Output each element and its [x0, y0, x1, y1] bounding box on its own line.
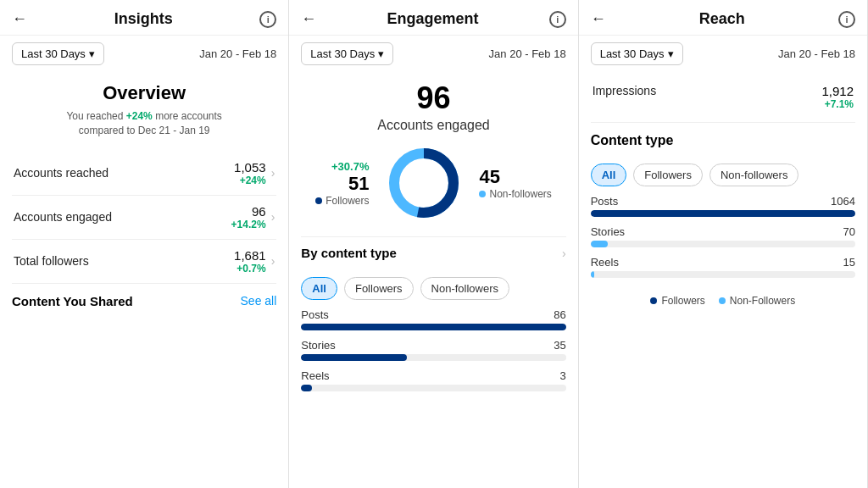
legend-followers: Followers: [650, 295, 704, 307]
reach-date-filter[interactable]: Last 30 Days ▾: [591, 42, 683, 65]
content-type-title: Content type: [591, 133, 855, 148]
stories-bar-row: Stories 35: [301, 339, 565, 361]
reach-header: ← Reach i: [579, 0, 867, 36]
reach-reels-bar-fill: [591, 271, 594, 278]
reach-sub-header: Last 30 Days ▾ Jan 20 - Feb 18: [579, 36, 867, 72]
insights-content: Overview You reached +24% more accountsc…: [0, 72, 288, 488]
reels-bar-track: [301, 385, 565, 391]
reach-stories-bar-track: [591, 241, 855, 247]
posts-bar-row: Posts 86: [301, 308, 565, 330]
posts-bar-fill: [301, 324, 565, 330]
legend-non-followers-dot: [719, 297, 726, 304]
accounts-reached-row[interactable]: Accounts reached 1,053 +24% ›: [12, 152, 276, 196]
insights-back-button[interactable]: ←: [12, 10, 27, 28]
content-shared-footer: Content You Shared See all: [12, 294, 276, 308]
engagement-date-filter[interactable]: Last 30 Days ▾: [301, 42, 393, 65]
donut-non-followers: 45 Non-followers: [479, 166, 551, 200]
reels-bar-fill: [301, 385, 311, 391]
legend-non-followers: Non-Followers: [719, 295, 795, 307]
reach-info-icon[interactable]: i: [838, 11, 855, 28]
non-followers-count: 45: [479, 166, 551, 188]
stories-label: Stories: [301, 339, 335, 352]
total-followers-change: +0.7%: [234, 263, 266, 274]
filter-tab-followers[interactable]: Followers: [344, 277, 414, 300]
engagement-header: ← Engagement i: [289, 0, 577, 36]
reach-back-button[interactable]: ←: [591, 10, 606, 28]
accounts-engaged-values: 96 +14.2%: [231, 204, 266, 230]
insights-date-filter[interactable]: Last 30 Days ▾: [12, 42, 104, 65]
impressions-label: Impressions: [593, 84, 656, 97]
insights-info-icon[interactable]: i: [259, 11, 276, 28]
reach-filter-tab-all[interactable]: All: [591, 164, 627, 186]
accounts-engaged-change: +14.2%: [231, 219, 266, 230]
overview-title: Overview: [12, 82, 276, 104]
impressions-row: Impressions 1,912 +7.1%: [591, 72, 855, 123]
reach-title: Reach: [613, 10, 832, 28]
reach-date-range: Jan 20 - Feb 18: [778, 47, 855, 60]
insights-panel: ← Insights i Last 30 Days ▾ Jan 20 - Feb…: [0, 0, 289, 488]
accounts-engaged-value: 96: [231, 204, 266, 219]
engagement-filter-tabs: All Followers Non-followers: [301, 269, 565, 308]
engagement-date-range: Jan 20 - Feb 18: [489, 47, 566, 60]
reach-legend: Followers Non-Followers: [591, 286, 855, 307]
followers-type: Followers: [315, 195, 369, 207]
reach-stories-bar-fill: [591, 241, 609, 247]
non-followers-type: Non-followers: [479, 188, 551, 200]
followers-change: +30.7%: [315, 160, 369, 173]
reach-filter-tab-followers[interactable]: Followers: [633, 164, 703, 186]
accounts-reached-values: 1,053 +24%: [234, 160, 266, 186]
filter-tab-non-followers[interactable]: Non-followers: [420, 277, 509, 300]
reach-posts-bar-fill: [591, 210, 855, 217]
reels-label: Reels: [301, 369, 329, 382]
legend-non-followers-label: Non-Followers: [730, 295, 795, 307]
engagement-big-label: Accounts engaged: [301, 118, 565, 133]
reach-stories-bar-row: Stories 70: [591, 225, 855, 247]
overview-highlight: +24%: [126, 110, 153, 122]
see-all-link[interactable]: See all: [241, 294, 277, 308]
total-followers-row[interactable]: Total followers 1,681 +0.7% ›: [12, 240, 276, 284]
reach-filter-tabs: All Followers Non-followers: [591, 155, 855, 195]
engagement-back-button[interactable]: ←: [301, 10, 316, 28]
posts-bar-track: [301, 324, 565, 330]
engagement-info-icon[interactable]: i: [549, 11, 566, 28]
reach-posts-bar-row: Posts 1064: [591, 195, 855, 217]
total-followers-label: Total followers: [14, 254, 234, 268]
stories-bar-track: [301, 354, 565, 361]
followers-dot: [315, 197, 322, 204]
total-followers-value: 1,681: [234, 248, 266, 263]
reach-posts-value: 1064: [831, 195, 855, 208]
reach-stories-value: 70: [843, 225, 855, 238]
total-followers-values: 1,681 +0.7%: [234, 248, 266, 274]
reach-posts-bar-track: [591, 210, 855, 217]
stories-bar-fill: [301, 354, 407, 361]
accounts-engaged-chevron: ›: [271, 210, 275, 224]
by-content-type-row[interactable]: By content type ›: [301, 236, 565, 269]
insights-date-range: Jan 20 - Feb 18: [199, 47, 276, 60]
accounts-reached-value: 1,053: [234, 160, 266, 175]
donut-section: +30.7% 51 Followers 45 Non-followers: [301, 145, 565, 221]
donut-chart: [386, 145, 462, 221]
engagement-title: Engagement: [323, 10, 542, 28]
engagement-panel: ← Engagement i Last 30 Days ▾ Jan 20 - F…: [289, 0, 578, 488]
donut-followers: +30.7% 51 Followers: [315, 160, 369, 207]
impressions-change: +7.1%: [821, 98, 854, 110]
impressions-value: 1,912: [821, 84, 854, 98]
reach-panel: ← Reach i Last 30 Days ▾ Jan 20 - Feb 18…: [579, 0, 868, 488]
accounts-engaged-label: Accounts engaged: [14, 210, 231, 224]
insights-title: Insights: [34, 10, 253, 28]
stories-value: 35: [554, 339, 565, 352]
reels-value: 3: [559, 369, 565, 382]
accounts-reached-label: Accounts reached: [14, 166, 234, 180]
accounts-reached-chevron: ›: [271, 166, 275, 180]
accounts-engaged-row[interactable]: Accounts engaged 96 +14.2% ›: [12, 196, 276, 240]
engagement-sub-header: Last 30 Days ▾ Jan 20 - Feb 18: [289, 36, 577, 72]
reach-stories-label: Stories: [591, 225, 625, 238]
filter-tab-all[interactable]: All: [301, 277, 337, 300]
engagement-content: 96 Accounts engaged +30.7% 51 Followers …: [289, 72, 577, 488]
engagement-big-number: 96: [301, 80, 565, 116]
accounts-reached-change: +24%: [234, 175, 266, 186]
reach-reels-bar-track: [591, 271, 855, 278]
reach-filter-tab-non-followers[interactable]: Non-followers: [709, 164, 798, 186]
reach-content: Impressions 1,912 +7.1% Content type All…: [579, 72, 867, 488]
non-followers-dot: [479, 191, 486, 197]
